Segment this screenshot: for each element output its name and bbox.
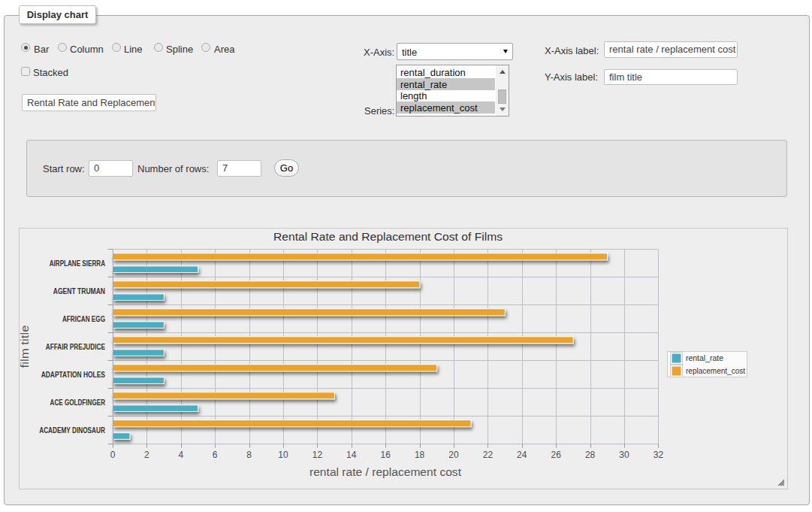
svg-text:8: 8: [246, 450, 252, 460]
svg-text:replacement_cost: replacement_cost: [686, 366, 745, 375]
svg-text:rental rate / replacement cost: rental rate / replacement cost: [309, 465, 462, 478]
svg-text:ACE GOLDFINGER: ACE GOLDFINGER: [50, 398, 106, 407]
svg-text:AFRICAN EGG: AFRICAN EGG: [62, 315, 105, 323]
svg-text:22: 22: [483, 450, 494, 460]
svg-text:18: 18: [415, 450, 425, 460]
svg-text:AFFAIR PREJUDICE: AFFAIR PREJUDICE: [46, 343, 106, 351]
svg-text:10: 10: [278, 450, 288, 460]
svg-text:6: 6: [213, 450, 218, 460]
svg-text:ADAPTATION HOLES: ADAPTATION HOLES: [41, 371, 106, 379]
svg-text:ACADEMY DINOSAUR: ACADEMY DINOSAUR: [39, 426, 105, 435]
svg-text:26: 26: [551, 450, 562, 460]
svg-text:16: 16: [381, 450, 391, 460]
svg-text:0: 0: [110, 450, 116, 460]
svg-text:AIRPLANE SIERRA: AIRPLANE SIERRA: [50, 259, 105, 268]
svg-text:12: 12: [312, 450, 323, 460]
svg-text:2: 2: [144, 450, 149, 460]
svg-text:14: 14: [346, 450, 357, 460]
svg-text:4: 4: [178, 450, 183, 460]
svg-text:AGENT TRUMAN: AGENT TRUMAN: [53, 287, 105, 295]
svg-text:30: 30: [619, 450, 629, 460]
svg-text:rental_rate: rental_rate: [686, 353, 723, 362]
svg-text:32: 32: [654, 450, 664, 460]
svg-text:film title: film title: [20, 325, 31, 368]
svg-text:28: 28: [585, 450, 596, 460]
svg-text:20: 20: [448, 450, 459, 460]
svg-text:24: 24: [517, 450, 527, 460]
svg-text:Rental Rate and Replacement Co: Rental Rate and Replacement Cost of Film…: [273, 230, 503, 243]
